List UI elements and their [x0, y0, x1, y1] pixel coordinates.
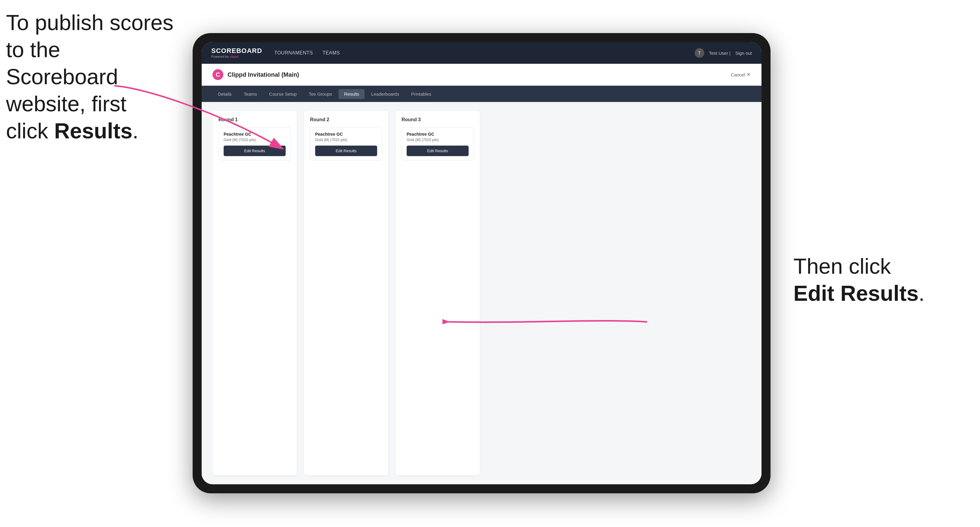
user-name: Test User |	[709, 51, 730, 56]
instruction-line1: To publish scores	[6, 11, 173, 35]
cancel-button[interactable]: Cancel ✕	[731, 72, 751, 77]
tournament-icon: C	[213, 69, 223, 80]
tab-details[interactable]: Details	[213, 89, 237, 99]
round-1-edit-results-button[interactable]: Edit Results	[224, 146, 286, 156]
sub-navigation: Details Teams Course Setup Tee Groups Re…	[202, 86, 762, 102]
round-3-course-name: Peachtree GC	[407, 132, 469, 137]
round-3-course-details: Gold (M) (7010 yds)	[407, 138, 469, 142]
round-3-edit-results-button[interactable]: Edit Results	[407, 146, 469, 156]
round-3-card: Round 3 Peachtree GC Gold (M) (7010 yds)…	[396, 111, 480, 475]
tournament-name: Clippd Invitational (Main)	[228, 71, 299, 78]
round-3-title: Round 3	[401, 117, 474, 122]
round-2-edit-results-button[interactable]: Edit Results	[315, 146, 377, 156]
round-1-course-details: Gold (M) (7010 yds)	[224, 138, 286, 142]
logo: SCOREBOARD Powered by clippd	[211, 48, 262, 58]
top-navigation: SCOREBOARD Powered by clippd TOURNAMENTS…	[202, 42, 762, 64]
instruction-results-bold: Results	[54, 119, 132, 143]
round-1-title: Round 1	[218, 117, 291, 122]
nav-right: T Test User | Sign out	[695, 48, 752, 58]
content-area: C Clippd Invitational (Main) Cancel ✕ De…	[202, 64, 762, 484]
tablet-device: SCOREBOARD Powered by clippd TOURNAMENTS…	[192, 33, 770, 493]
sign-out-link[interactable]: Sign out	[735, 51, 752, 56]
round-2-course-details: Gold (M) (7010 yds)	[315, 138, 377, 142]
tab-results[interactable]: Results	[339, 89, 364, 99]
tournament-header: C Clippd Invitational (Main) Cancel ✕	[202, 64, 762, 86]
user-avatar: T	[695, 48, 704, 58]
instruction-right: Then click Edit Results.	[793, 253, 944, 307]
instruction-edit-results-bold: Edit Results	[793, 281, 919, 305]
instruction-then-click: Then click	[793, 254, 891, 278]
tab-printables[interactable]: Printables	[406, 89, 437, 99]
round-2-course-name: Peachtree GC	[315, 132, 377, 137]
tab-tee-groups[interactable]: Tee Groups	[303, 89, 338, 99]
tab-teams[interactable]: Teams	[239, 89, 262, 99]
rounds-area: Round 1 Peachtree GC Gold (M) (7010 yds)…	[202, 102, 762, 484]
round-3-course-card: Peachtree GC Gold (M) (7010 yds) Edit Re…	[401, 127, 474, 160]
round-1-course-name: Peachtree GC	[224, 132, 286, 137]
nav-teams[interactable]: TEAMS	[323, 49, 340, 57]
instruction-line3: website, first	[6, 92, 126, 116]
instruction-line2: to the Scoreboard	[6, 38, 118, 89]
round-2-title: Round 2	[310, 117, 382, 122]
logo-text: SCOREBOARD	[211, 48, 262, 54]
nav-links: TOURNAMENTS TEAMS	[274, 49, 695, 57]
tab-leaderboards[interactable]: Leaderboards	[366, 89, 404, 99]
tablet-screen: SCOREBOARD Powered by clippd TOURNAMENTS…	[202, 42, 762, 484]
logo-sub: Powered by clippd	[211, 55, 262, 58]
round-1-course-card: Peachtree GC Gold (M) (7010 yds) Edit Re…	[218, 127, 291, 160]
instruction-left: To publish scores to the Scoreboard webs…	[6, 9, 175, 144]
round-2-card: Round 2 Peachtree GC Gold (M) (7010 yds)…	[304, 111, 388, 475]
round-1-card: Round 1 Peachtree GC Gold (M) (7010 yds)…	[213, 111, 297, 475]
nav-tournaments[interactable]: TOURNAMENTS	[274, 49, 313, 57]
tournament-title-row: C Clippd Invitational (Main)	[213, 69, 299, 80]
instruction-line4: click Results.	[6, 119, 138, 143]
tab-course-setup[interactable]: Course Setup	[264, 89, 302, 99]
round-2-course-card: Peachtree GC Gold (M) (7010 yds) Edit Re…	[310, 127, 382, 160]
